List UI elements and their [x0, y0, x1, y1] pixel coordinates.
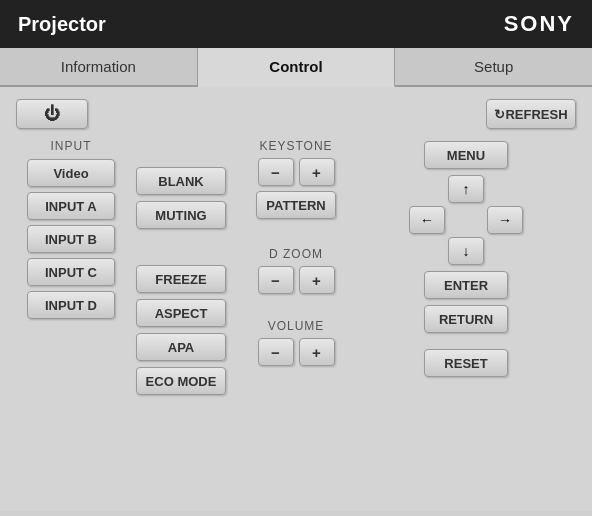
volume-minus-button[interactable]: −: [258, 338, 294, 366]
right-button[interactable]: →: [487, 206, 523, 234]
input-d-button[interactable]: INPUT D: [27, 291, 115, 319]
enter-button[interactable]: ENTER: [424, 271, 508, 299]
keystone-minus-button[interactable]: −: [258, 158, 294, 186]
keys-section: KEYSTONE − + PATTERN D ZOOM − + VOLUME: [236, 139, 356, 493]
dzoom-minus-button[interactable]: −: [258, 266, 294, 294]
arrow-empty-center: [448, 206, 484, 234]
tab-control[interactable]: Control: [198, 48, 396, 87]
menu-button[interactable]: MENU: [424, 141, 508, 169]
pattern-button[interactable]: PATTERN: [256, 191, 336, 219]
keystone-label: KEYSTONE: [259, 139, 332, 153]
volume-section: VOLUME − +: [258, 319, 335, 371]
input-video-button[interactable]: Video: [27, 159, 115, 187]
muting-button[interactable]: MUTING: [136, 201, 226, 229]
nav-section: MENU ↑ ← → ↓ ENTER RETURN RESET: [356, 139, 576, 493]
dzoom-section: D ZOOM − +: [258, 247, 335, 299]
arrow-empty-br: [487, 237, 523, 265]
eco-mode-button[interactable]: ECO MODE: [136, 367, 226, 395]
return-button[interactable]: RETURN: [424, 305, 508, 333]
keystone-section: KEYSTONE − + PATTERN: [256, 139, 336, 219]
tab-setup[interactable]: Setup: [395, 48, 592, 85]
control-panel: INPUT Video INPUT A INPUT B INPUT C INPU…: [16, 139, 576, 493]
keystone-plus-button[interactable]: +: [299, 158, 335, 186]
top-toolbar: ⏻ ↻REFRESH: [16, 99, 576, 129]
apa-button[interactable]: APA: [136, 333, 226, 361]
header: Projector SONY: [0, 0, 592, 48]
dzoom-label: D ZOOM: [269, 247, 323, 261]
power-button[interactable]: ⏻: [16, 99, 88, 129]
arrow-empty-tr: [487, 175, 523, 203]
volume-label: VOLUME: [268, 319, 325, 333]
brand-logo: SONY: [504, 11, 574, 37]
arrow-empty-bl: [409, 237, 445, 265]
input-a-button[interactable]: INPUT A: [27, 192, 115, 220]
input-b-button[interactable]: INPUT B: [27, 225, 115, 253]
dzoom-plus-button[interactable]: +: [299, 266, 335, 294]
freeze-button[interactable]: FREEZE: [136, 265, 226, 293]
tab-bar: Information Control Setup: [0, 48, 592, 87]
blank-button[interactable]: BLANK: [136, 167, 226, 195]
arrow-pad: ↑ ← → ↓: [409, 175, 523, 265]
arrow-empty-tl: [409, 175, 445, 203]
volume-plus-button[interactable]: +: [299, 338, 335, 366]
aspect-button[interactable]: ASPECT: [136, 299, 226, 327]
refresh-button[interactable]: ↻REFRESH: [486, 99, 576, 129]
dzoom-controls: − +: [258, 266, 335, 294]
app-title: Projector: [18, 13, 106, 36]
up-button[interactable]: ↑: [448, 175, 484, 203]
input-section: INPUT Video INPUT A INPUT B INPUT C INPU…: [16, 139, 126, 493]
volume-controls: − +: [258, 338, 335, 366]
down-button[interactable]: ↓: [448, 237, 484, 265]
reset-button[interactable]: RESET: [424, 349, 508, 377]
center-section: BLANK MUTING FREEZE ASPECT APA ECO MODE: [126, 139, 236, 493]
main-content: ⏻ ↻REFRESH INPUT Video INPUT A INPUT B I…: [0, 87, 592, 511]
left-button[interactable]: ←: [409, 206, 445, 234]
tab-information[interactable]: Information: [0, 48, 198, 85]
input-c-button[interactable]: INPUT C: [27, 258, 115, 286]
input-label: INPUT: [51, 139, 92, 153]
keystone-controls: − +: [258, 158, 335, 186]
